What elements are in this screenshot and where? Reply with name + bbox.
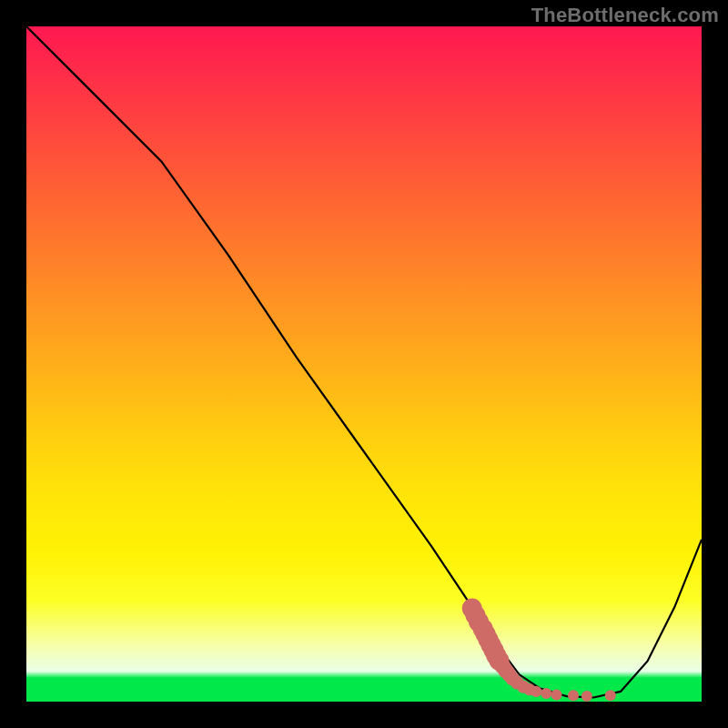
highlight-dots-group (462, 599, 616, 703)
chart-frame (26, 26, 702, 702)
highlight-dot (568, 690, 579, 701)
highlight-dot (551, 690, 562, 701)
highlight-dot (531, 686, 541, 697)
highlight-dot (605, 690, 616, 701)
chart-svg (26, 26, 702, 702)
watermark-text: TheBottleneck.com (531, 4, 719, 27)
bottleneck-curve (26, 26, 702, 698)
highlight-dot (541, 688, 551, 699)
highlight-dot (581, 691, 592, 702)
